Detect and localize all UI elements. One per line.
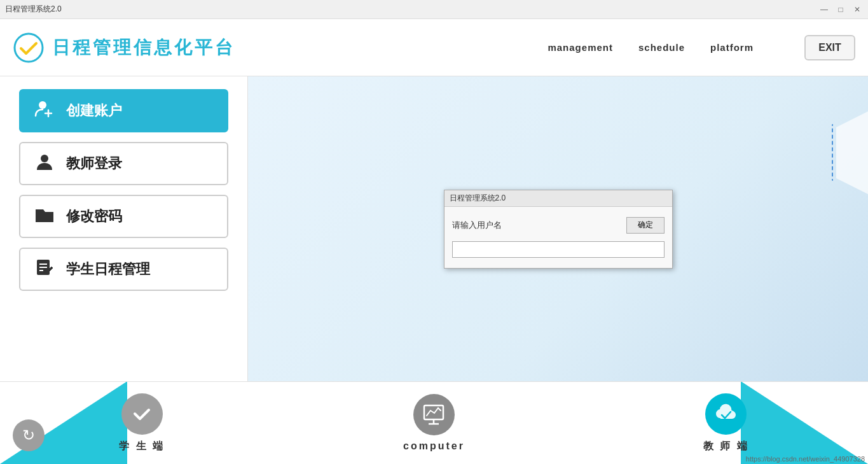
sidebar: 创建账户 教师登录 修改密码 (0, 76, 248, 381)
dialog-confirm-button[interactable]: 确定 (626, 217, 665, 234)
triangle-right-decoration (741, 381, 868, 464)
teacher-terminal-item[interactable]: 教 师 端 (703, 393, 749, 453)
change-password-button[interactable]: 修改密码 (19, 195, 228, 238)
logo-area: 日程管理信息化平台 (13, 32, 235, 64)
dialog: 日程管理系统2.0 请输入用户名 确定 (444, 190, 673, 269)
svg-point-4 (41, 155, 48, 162)
computer-item[interactable]: computer (403, 394, 465, 452)
student-schedule-label: 学生日程管理 (66, 260, 150, 279)
teacher-terminal-label: 教 师 端 (703, 440, 749, 453)
nav-management[interactable]: management (548, 42, 613, 53)
teacher-login-icon (33, 152, 56, 176)
main-content: 日程管理系统2.0 请输入用户名 确定 (248, 76, 868, 381)
create-account-label: 创建账户 (66, 101, 122, 120)
dialog-overlay: 日程管理系统2.0 请输入用户名 确定 (248, 76, 868, 381)
nav-schedule[interactable]: schedule (638, 42, 685, 53)
change-password-icon (33, 206, 56, 228)
header-nav: management schedule platform (548, 42, 754, 53)
cloud-check-icon (714, 402, 738, 426)
close-window-button[interactable]: ✕ (851, 4, 863, 15)
create-account-icon (33, 99, 56, 123)
student-terminal-item[interactable]: 学 生 端 (119, 393, 165, 453)
dialog-username-input[interactable] (452, 241, 665, 258)
computer-label: computer (403, 440, 465, 452)
teacher-login-label: 教师登录 (66, 154, 122, 173)
minimize-button[interactable]: — (818, 4, 830, 15)
content-area: 创建账户 教师登录 修改密码 (0, 76, 868, 381)
create-account-button[interactable]: 创建账户 (19, 89, 228, 132)
watermark: https://blog.csdn.net/weixin_44907328 (746, 455, 865, 463)
svg-point-1 (39, 101, 46, 109)
student-schedule-button[interactable]: 学生日程管理 (19, 248, 228, 291)
titlebar: 日程管理系统2.0 — □ ✕ (0, 0, 868, 19)
nav-platform[interactable]: platform (710, 42, 754, 53)
dialog-title: 日程管理系统2.0 (450, 193, 506, 204)
svg-point-0 (15, 34, 43, 62)
exit-button[interactable]: EXIT (804, 35, 855, 60)
titlebar-title: 日程管理系统2.0 (5, 4, 62, 15)
dialog-body: 请输入用户名 确定 (444, 207, 672, 268)
change-password-label: 修改密码 (66, 207, 122, 226)
computer-icon-circle (413, 394, 455, 435)
student-terminal-label: 学 生 端 (119, 440, 165, 453)
teacher-login-button[interactable]: 教师登录 (19, 142, 228, 185)
student-schedule-icon (33, 258, 56, 281)
refresh-button[interactable]: ↻ (13, 419, 45, 451)
header: 日程管理信息化平台 management schedule platform E… (0, 19, 868, 76)
chart-icon (422, 403, 446, 427)
logo-icon (13, 32, 45, 64)
teacher-terminal-icon-circle (705, 393, 747, 435)
check-icon (132, 404, 152, 424)
dialog-prompt-row: 请输入用户名 确定 (452, 217, 665, 234)
dialog-titlebar: 日程管理系统2.0 (444, 190, 672, 207)
bottom-section: 学 生 端 computer (0, 381, 868, 464)
main-area: 日程管理信息化平台 management schedule platform E… (0, 19, 868, 464)
student-terminal-icon-circle (121, 393, 163, 435)
titlebar-controls: — □ ✕ (818, 4, 863, 15)
maximize-button[interactable]: □ (835, 4, 846, 15)
dialog-prompt-label: 请输入用户名 (452, 220, 502, 231)
app-title: 日程管理信息化平台 (52, 36, 235, 60)
